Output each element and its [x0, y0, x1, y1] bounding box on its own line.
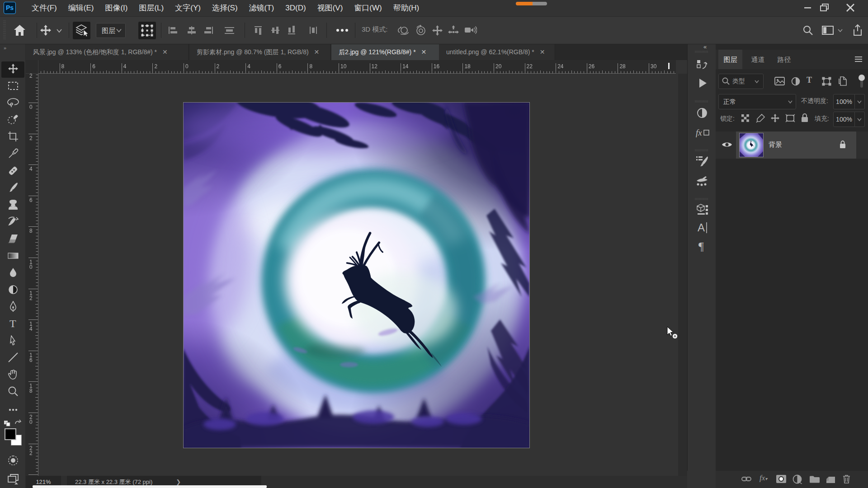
- svg-text:T: T: [9, 318, 16, 329]
- svg-text:fx: fx: [696, 128, 702, 137]
- svg-text:A: A: [698, 221, 705, 234]
- svg-text:¶: ¶: [698, 240, 704, 253]
